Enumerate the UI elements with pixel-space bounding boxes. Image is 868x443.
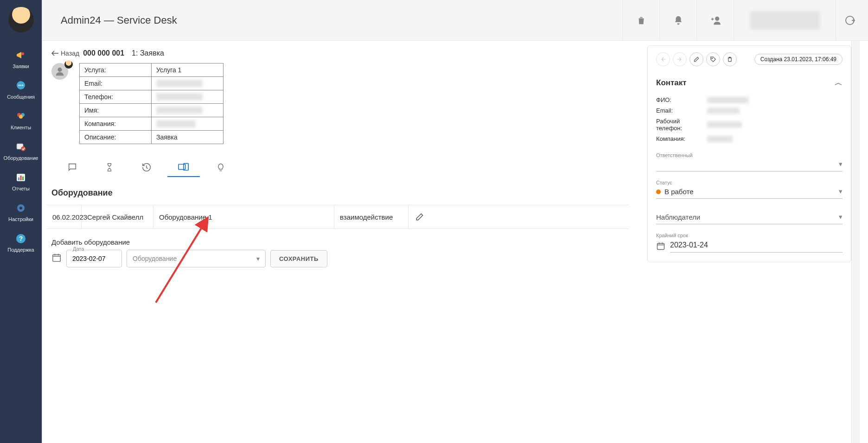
delete-ticket-button[interactable]	[723, 52, 737, 66]
chart-icon	[15, 172, 26, 183]
gear-icon	[15, 203, 26, 214]
delete-button[interactable]	[622, 0, 659, 40]
app-title: Admin24 — Service Desk	[61, 14, 622, 26]
svg-point-3	[20, 85, 22, 86]
equipment-select[interactable]: Оборудование ▾	[127, 250, 266, 267]
topbar: Admin24 — Service Desk	[42, 0, 868, 41]
sidebar-item-clients[interactable]: Клиенты	[0, 105, 42, 136]
equipment-date: 06.02.2023	[47, 205, 82, 228]
contact-section-toggle[interactable]: Контакт ︿	[656, 71, 842, 95]
created-timestamp: Создана 23.01.2023, 17:06:49	[754, 54, 842, 65]
chat-icon	[15, 80, 26, 91]
date-input[interactable]	[66, 250, 122, 267]
tag-ticket-button[interactable]	[706, 52, 720, 66]
svg-point-25	[712, 58, 713, 59]
svg-rect-26	[657, 243, 664, 249]
author-avatar	[51, 63, 70, 144]
svg-text:?: ?	[19, 235, 23, 242]
help-icon: ?	[15, 233, 26, 244]
equipment-section-title: Оборудование	[47, 177, 629, 205]
sidebar-item-label: Заявки	[13, 63, 29, 69]
add-user-button[interactable]	[696, 0, 734, 40]
chevron-up-icon: ︿	[835, 77, 842, 88]
tab-history[interactable]	[135, 158, 158, 177]
table-row: Услуга:Услуга 1	[80, 63, 223, 77]
tab-chat[interactable]	[61, 158, 84, 177]
svg-point-2	[19, 85, 20, 86]
svg-rect-12	[20, 176, 22, 180]
sidebar-item-label: Отчеты	[12, 186, 30, 191]
save-button[interactable]: СОХРАНИТЬ	[270, 250, 327, 267]
equipment-user: Сергей Скайвелл	[82, 205, 153, 228]
table-row: Телефон:	[80, 90, 223, 104]
megaphone-icon	[15, 50, 26, 61]
ticket-info-table: Услуга:Услуга 1 Email: Телефон: Имя: Ком…	[79, 63, 223, 144]
equipment-icon	[15, 141, 26, 152]
deadline-label: Крайний срок	[656, 233, 842, 238]
tab-equipment[interactable]	[172, 158, 195, 177]
ticket-tabs	[47, 144, 629, 177]
responsible-select[interactable]: Ответственный ▾	[656, 152, 842, 171]
edit-ticket-button[interactable]	[689, 52, 703, 66]
ticket-details-panel: Создана 23.01.2023, 17:06:49 Контакт ︿ Ф…	[647, 45, 851, 262]
sidebar-item-messages[interactable]: Сообщения	[0, 75, 42, 105]
svg-rect-23	[53, 255, 61, 262]
svg-point-20	[57, 68, 62, 72]
user-menu[interactable]	[734, 0, 836, 40]
svg-point-7	[19, 115, 23, 119]
app-logo	[8, 7, 34, 32]
table-row: Описание:Заявка	[80, 131, 223, 144]
add-equipment-label: Добавить оборудование	[47, 229, 629, 250]
status-select[interactable]: Статус В работе▾	[656, 180, 842, 199]
equipment-name: Оборудование 1	[153, 205, 334, 228]
tab-knowledge[interactable]	[209, 158, 232, 177]
tab-time[interactable]	[98, 158, 121, 177]
equipment-interaction: взаимодействие	[334, 205, 408, 228]
calendar-icon	[51, 253, 62, 265]
ticket-id: 000 000 001	[83, 49, 124, 57]
sidebar-item-reports[interactable]: Отчеты	[0, 166, 42, 197]
vertical-scrollbar[interactable]	[851, 41, 860, 443]
date-field-label: Дата	[71, 246, 86, 252]
equipment-row: 06.02.2023 Сергей Скайвелл Оборудование …	[47, 205, 629, 229]
status-dot-icon	[656, 190, 661, 194]
next-ticket-button	[673, 52, 687, 66]
svg-point-9	[21, 146, 26, 151]
ticket-title: 1: Заявка	[132, 49, 164, 57]
sidebar-item-label: Оборудование	[4, 155, 38, 161]
svg-rect-21	[179, 165, 185, 170]
sidebar-item-equipment[interactable]: Оборудование	[0, 136, 42, 166]
sidebar: Заявки Сообщения Клиенты Оборудование От	[0, 0, 42, 443]
notifications-button[interactable]	[659, 0, 696, 40]
sidebar-item-label: Клиенты	[11, 125, 31, 130]
svg-point-4	[22, 85, 24, 86]
watchers-select[interactable]: Наблюдатели▾	[656, 213, 842, 224]
sidebar-item-tickets[interactable]: Заявки	[0, 44, 42, 75]
table-row: Email:	[80, 77, 223, 90]
logout-button[interactable]	[836, 0, 863, 40]
chevron-down-icon: ▾	[839, 187, 842, 196]
chevron-down-icon: ▾	[839, 213, 842, 221]
calendar-icon	[656, 241, 665, 253]
chevron-down-icon: ▾	[256, 255, 260, 262]
sidebar-item-label: Настройки	[8, 216, 33, 222]
svg-rect-13	[22, 177, 24, 180]
users-icon	[15, 111, 26, 122]
table-row: Компания:	[80, 117, 223, 131]
back-label: Назад	[61, 50, 79, 57]
svg-rect-11	[18, 177, 19, 180]
svg-point-0	[21, 52, 24, 55]
edit-equipment-button[interactable]	[408, 205, 431, 228]
deadline-value[interactable]: 2023-01-24	[670, 241, 842, 253]
svg-point-15	[19, 207, 22, 209]
sidebar-item-label: Сообщения	[7, 94, 35, 100]
table-row: Имя:	[80, 104, 223, 117]
prev-ticket-button	[656, 52, 670, 66]
svg-point-18	[715, 16, 719, 20]
back-link[interactable]: Назад	[51, 50, 79, 57]
sidebar-item-support[interactable]: ? Поддержка	[0, 228, 42, 258]
chevron-down-icon: ▾	[839, 160, 842, 168]
sidebar-item-settings[interactable]: Настройки	[0, 197, 42, 228]
sidebar-item-label: Поддержка	[7, 247, 34, 253]
